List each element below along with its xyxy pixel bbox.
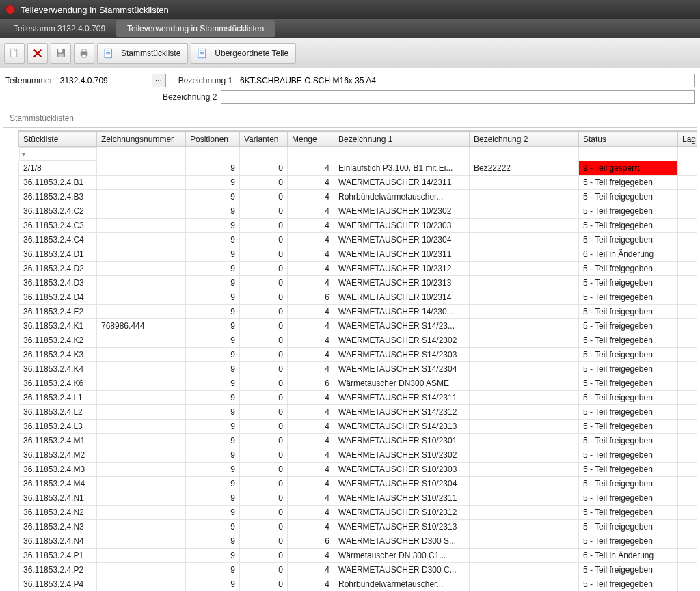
table-row[interactable]: 36.11853.2.4.M1904WAERMETAUSCHER S10/230…	[19, 434, 698, 448]
table-cell: 9	[186, 549, 240, 563]
table-cell	[678, 161, 698, 176]
table-cell: WAERMETAUSCHER 10/2313	[334, 276, 470, 290]
uebergeordnete-button[interactable]: Übergeordnete Teile	[191, 43, 296, 64]
column-header[interactable]: Stückliste	[19, 132, 97, 147]
table-cell: 4	[288, 362, 334, 376]
stammstuecklisten-table: StücklisteZeichnungsnummerPositionenVari…	[18, 131, 697, 591]
bez1-input[interactable]	[237, 74, 695, 87]
table-cell	[470, 577, 579, 592]
table-cell: 5 - Teil freigegeben	[579, 219, 678, 233]
table-row[interactable]: 36.11853.2.4.N1904WAERMETAUSCHER S10/231…	[19, 491, 698, 506]
table-row[interactable]: 36.11853.2.4.K3904WAERMETAUSCHER S14/230…	[19, 348, 698, 362]
column-header[interactable]: Lag	[678, 132, 698, 147]
filter-input[interactable]	[334, 147, 469, 161]
table-row[interactable]: 36.11853.2.4.P4904Rohrbündelwärmetausche…	[19, 577, 698, 592]
table-cell	[678, 319, 698, 333]
table-row[interactable]: 36.11853.2.4.M3904WAERMETAUSCHER S10/230…	[19, 463, 698, 477]
breadcrumb-item[interactable]: Teilestamm 3132.4.0.709	[3, 20, 116, 37]
table-cell: WAERMETAUSCHER S14/2312	[334, 405, 470, 420]
table-row[interactable]: 36.11853.2.4.L3904WAERMETAUSCHER S14/231…	[19, 420, 698, 434]
stammstueckliste-button[interactable]: Stammstückliste	[97, 43, 188, 64]
column-header[interactable]: Zeichnungsnummer	[97, 132, 186, 147]
table-row[interactable]: 36.11853.2.4.E2904WAERMETAUSCHER 14/230.…	[19, 305, 698, 319]
table-cell: 0	[240, 305, 288, 319]
table-cell: 36.11853.2.4.L2	[19, 405, 97, 420]
filter-input[interactable]	[678, 147, 697, 161]
column-header[interactable]: Positionen	[186, 132, 240, 147]
column-header[interactable]: Menge	[288, 132, 334, 147]
table-row[interactable]: 36.11853.2.4.N4906WAERMETAUSCHER D300 S.…	[19, 534, 698, 549]
table-cell	[470, 549, 579, 563]
delete-button[interactable]	[27, 43, 48, 64]
table-cell: 9	[186, 362, 240, 376]
table-cell: 36.11853.2.4.N2	[19, 506, 97, 520]
table-cell	[97, 290, 186, 305]
filter-input[interactable]	[470, 147, 578, 161]
toolbar: Stammstückliste Übergeordnete Teile	[0, 38, 700, 68]
table-cell: WAERMETAUSCHER S14/2304	[334, 362, 470, 376]
table-row[interactable]: 36.11853.2.4.K1768986.444904WAERMETAUSCH…	[19, 319, 698, 333]
new-button[interactable]	[4, 43, 25, 64]
table-cell: WAERMETAUSCHER S14/2311	[334, 391, 470, 405]
filter-input[interactable]	[579, 147, 677, 161]
table-cell	[97, 420, 186, 434]
table-row[interactable]: 36.11853.2.4.K6906Wärmetauscher DN300 AS…	[19, 376, 698, 391]
table-row[interactable]: 36.11853.2.4.B1904WAERMETAUSCHER 14/2311…	[19, 176, 698, 190]
column-header[interactable]: Varianten	[240, 132, 288, 147]
table-cell	[97, 477, 186, 491]
table-cell: 9	[186, 506, 240, 520]
table-row[interactable]: 36.11853.2.4.D2904WAERMETAUSCHER 10/2312…	[19, 262, 698, 276]
column-header[interactable]: Bezeichnung 1	[334, 132, 470, 147]
table-row[interactable]: 36.11853.2.4.P1904Wärmetauscher DN 300 C…	[19, 549, 698, 563]
bez2-input[interactable]	[221, 90, 695, 104]
table-cell	[470, 219, 579, 233]
table-row[interactable]: 36.11853.2.4.N2904WAERMETAUSCHER S10/231…	[19, 506, 698, 520]
table-cell: 0	[240, 376, 288, 391]
table-row[interactable]: 36.11853.2.4.K2904WAERMETAUSCHER S14/230…	[19, 333, 698, 348]
print-button[interactable]	[74, 43, 94, 64]
column-header[interactable]: Bezeichnung 2	[470, 132, 579, 147]
table-row[interactable]: 36.11853.2.4.C3904WAERMETAUSCHER 10/2303…	[19, 219, 698, 233]
table-cell: 4	[288, 305, 334, 319]
table-row[interactable]: 36.11853.2.4.L2904WAERMETAUSCHER S14/231…	[19, 405, 698, 420]
table-row[interactable]: 36.11853.2.4.B3904Rohrbündelwärmetausche…	[19, 190, 698, 204]
table-row[interactable]: 36.11853.2.4.D4906WAERMETAUSCHER 10/2314…	[19, 290, 698, 305]
filter-indicator-icon[interactable]: ▾	[20, 150, 28, 158]
breadcrumb-bar: Teilestamm 3132.4.0.709Teileverwendung i…	[0, 19, 700, 38]
filter-input[interactable]	[288, 147, 334, 161]
filter-input[interactable]	[28, 148, 96, 160]
table-cell	[678, 219, 698, 233]
table-row[interactable]: 36.11853.2.4.D1904WAERMETAUSCHER 10/2311…	[19, 247, 698, 262]
table-cell	[678, 477, 698, 491]
filter-input[interactable]	[186, 147, 239, 161]
table-cell: 4	[288, 276, 334, 290]
table-row[interactable]: 36.11853.2.4.C2904WAERMETAUSCHER 10/2302…	[19, 204, 698, 219]
table-cell	[678, 506, 698, 520]
breadcrumb-item[interactable]: Teileverwendung in Stammstücklisten	[116, 20, 275, 37]
column-header[interactable]: Status	[579, 132, 678, 147]
table-cell: 5 - Teil freigegeben	[579, 348, 678, 362]
table-row[interactable]: 36.11853.2.4.D3904WAERMETAUSCHER 10/2313…	[19, 276, 698, 290]
grid[interactable]: StücklisteZeichnungsnummerPositionenVari…	[18, 130, 697, 591]
filter-input[interactable]	[240, 147, 287, 161]
table-cell: WAERMETAUSCHER 10/2314	[334, 290, 470, 305]
table-row[interactable]: 36.11853.2.4.M4904WAERMETAUSCHER S10/230…	[19, 477, 698, 491]
table-cell: 36.11853.2.4.L1	[19, 391, 97, 405]
teilenummer-lookup-button[interactable]: ⋯	[152, 74, 166, 87]
table-row[interactable]: 2/1/8904Einlaufstich P3.100. B1 mit Ei..…	[19, 161, 698, 176]
teilenummer-input[interactable]	[57, 74, 152, 87]
table-row[interactable]: 36.11853.2.4.P2904WAERMETAUSCHER D300 C.…	[19, 563, 698, 577]
table-cell	[470, 376, 579, 391]
table-row[interactable]: 36.11853.2.4.N3904WAERMETAUSCHER S10/231…	[19, 520, 698, 534]
table-row[interactable]: 36.11853.2.4.K4904WAERMETAUSCHER S14/230…	[19, 362, 698, 376]
filter-input[interactable]	[97, 147, 185, 161]
save-button[interactable]	[51, 43, 71, 64]
bez1-label: Bezeichnung 1	[178, 76, 232, 85]
table-cell: 9	[186, 161, 240, 176]
table-cell: Rohrbündelwärmetauscher...	[334, 190, 470, 204]
table-cell: 9 - Teil gesperrt	[579, 161, 678, 176]
table-cell: 6 - Teil in Änderung	[579, 247, 678, 262]
table-row[interactable]: 36.11853.2.4.M2904WAERMETAUSCHER S10/230…	[19, 448, 698, 463]
table-row[interactable]: 36.11853.2.4.C4904WAERMETAUSCHER 10/2304…	[19, 233, 698, 247]
table-row[interactable]: 36.11853.2.4.L1904WAERMETAUSCHER S14/231…	[19, 391, 698, 405]
